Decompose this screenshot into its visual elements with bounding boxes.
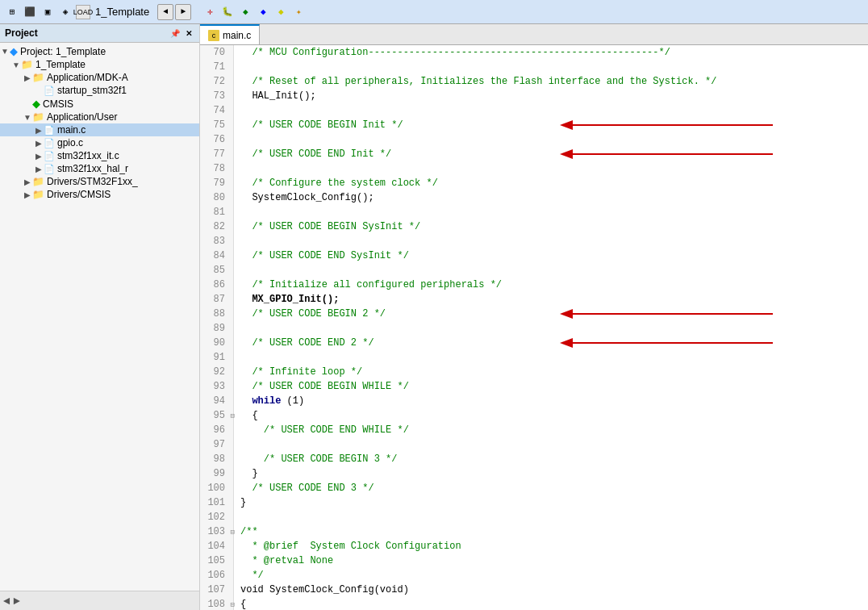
title-bar: ⊞ ⬛ ▣ ◈ LOAD 1_Template ◄ ► ✛ 🐛 ◆ ◆ ◆ ✦ (0, 0, 868, 24)
sidebar-item-main-c[interactable]: ▶📄main.c (0, 123, 199, 136)
code-line-107[interactable]: void SystemClock_Config(void) (240, 583, 868, 597)
code-line-95[interactable]: { (240, 408, 868, 423)
code-line-75[interactable]: /* USER CODE BEGIN Init */ (240, 118, 868, 132)
code-line-102[interactable] (240, 510, 868, 524)
sidebar-nav-left[interactable]: ◄ (3, 595, 10, 608)
star-icon[interactable]: ✦ (291, 5, 306, 19)
code-line-90[interactable]: /* USER CODE END 2 */ (240, 336, 868, 350)
sidebar-nav-right[interactable]: ► (13, 595, 19, 608)
tree-toggle-icon[interactable]: ▶ (34, 126, 44, 135)
code-line-72[interactable]: /* Reset of all peripherals, Initializes… (240, 74, 868, 89)
sidebar-item-cmsis[interactable]: ◆CMSIS (0, 97, 199, 111)
blue-diamond-icon[interactable]: ◆ (256, 5, 270, 19)
sidebar-item-app-mdk[interactable]: ▶📁Application/MDK-A (0, 71, 199, 84)
code-line-79[interactable]: /* Configure the system clock */ (240, 176, 868, 190)
code-line-104[interactable]: * @brief System Clock Configuration (240, 539, 868, 554)
sidebar-item-app-user[interactable]: ▼📁Application/User (0, 111, 199, 123)
code-comment: /* MCU Configuration--------------------… (240, 47, 670, 58)
sidebar-item-stm32f1xx-it[interactable]: ▶📄stm32f1xx_it.c (0, 149, 199, 162)
code-line-77[interactable]: /* USER CODE END Init */ (240, 147, 868, 161)
code-line-101[interactable]: } (240, 495, 868, 510)
code-line-86[interactable]: /* Initialize all configured peripherals… (240, 278, 868, 292)
grid-icon[interactable]: ⊞ (5, 5, 19, 19)
code-line-74[interactable] (240, 103, 868, 118)
code-line-103[interactable]: /** (240, 524, 868, 539)
code-line-93[interactable]: /* USER CODE BEGIN WHILE */ (240, 379, 868, 394)
tree-item-icon: 📁 (32, 176, 44, 187)
code-line-105[interactable]: * @retval None (240, 554, 868, 568)
code-line-82[interactable]: /* USER CODE BEGIN SysInit */ (240, 219, 868, 234)
crosshair-icon[interactable]: ✛ (202, 5, 217, 19)
code-line-83[interactable] (240, 234, 868, 249)
yellow-diamond-icon[interactable]: ◆ (273, 5, 288, 19)
sidebar-title: Project (5, 27, 38, 39)
line-number-71: 71 (205, 60, 228, 74)
code-indent (240, 395, 252, 407)
tree-toggle-icon[interactable]: ▶ (34, 165, 44, 173)
tree-toggle-icon[interactable]: ▶ (23, 190, 32, 199)
line-numbers: 7071727374757677787980818283848586878889… (200, 45, 234, 610)
code-line-78[interactable] (240, 161, 868, 176)
code-line-80[interactable]: SystemClock_Config(); (240, 190, 868, 205)
sidebar-item-drivers-cmsis[interactable]: ▶📁Drivers/CMSIS (0, 188, 199, 201)
title-arrow-right[interactable]: ► (175, 4, 191, 20)
tree-item-icon: 📄 (44, 138, 55, 148)
code-line-85[interactable] (240, 263, 868, 278)
code-lines: /* MCU Configuration--------------------… (234, 45, 868, 610)
code-line-100[interactable]: /* USER CODE END 3 */ (240, 481, 868, 495)
code-line-97[interactable] (240, 437, 868, 452)
sidebar-item-template-root[interactable]: ▼📁1_Template (0, 58, 199, 71)
tree-toggle-icon[interactable]: ▶ (23, 73, 32, 82)
pin-icon[interactable]: 📌 (169, 27, 181, 39)
sidebar-item-startup[interactable]: 📄startup_stm32f1 (0, 84, 199, 97)
tree-toggle-icon[interactable]: ▼ (0, 47, 10, 56)
code-line-71[interactable] (240, 60, 868, 74)
sidebar-item-drivers-stm32[interactable]: ▶📁Drivers/STM32F1xx_ (0, 175, 199, 188)
code-line-76[interactable] (240, 132, 868, 147)
tab-main-c[interactable]: c main.c (200, 24, 260, 44)
arrow-annotation (547, 307, 805, 321)
line-number-107: 107 (205, 583, 228, 597)
sidebar-item-project-root[interactable]: ▼◆Project: 1_Template (0, 44, 199, 58)
code-editor[interactable]: 7071727374757677787980818283848586878889… (200, 45, 868, 610)
code-line-92[interactable]: /* Infinite loop */ (240, 365, 868, 379)
close-sidebar-icon[interactable]: ✕ (183, 27, 194, 39)
code-line-96[interactable]: /* USER CODE END WHILE */ (240, 423, 868, 437)
sidebar-item-stm32f1xx-hal[interactable]: ▶📄stm32f1xx_hal_r (0, 162, 199, 175)
tree-toggle-icon[interactable]: ▼ (11, 61, 21, 69)
code-comment: /* Reset of all peripherals, Initializes… (240, 76, 717, 87)
code-line-94[interactable]: while (1) (240, 394, 868, 408)
code-line-108[interactable]: { (240, 597, 868, 610)
code-line-106[interactable]: */ (240, 568, 868, 583)
debug-icon[interactable]: 🐛 (220, 5, 235, 19)
code-line-99[interactable]: } (240, 466, 868, 481)
line-number-75: 75 (205, 118, 228, 132)
sidebar-item-gpio-c[interactable]: ▶📄gpio.c (0, 136, 199, 149)
code-line-98[interactable]: /* USER CODE BEGIN 3 */ (240, 452, 868, 466)
code-comment: /* USER CODE END WHILE */ (240, 424, 409, 436)
sidebar-nav: ◄ ► (3, 595, 20, 608)
tree-toggle-icon[interactable]: ▶ (34, 152, 44, 161)
code-line-81[interactable] (240, 205, 868, 219)
chip-icon[interactable]: ◈ (58, 5, 73, 19)
code-comment: /** (240, 526, 258, 537)
tree-toggle-icon[interactable]: ▶ (34, 139, 44, 148)
code-line-87[interactable]: MX_GPIO_Init(); (240, 292, 868, 307)
tree-toggle-icon[interactable]: ▶ (23, 178, 32, 186)
cpu-icon[interactable]: ⬛ (23, 5, 37, 19)
code-line-91[interactable] (240, 350, 868, 365)
tree-toggle-icon[interactable]: ▼ (23, 113, 32, 122)
code-line-73[interactable]: HAL_Init(); (240, 89, 868, 103)
code-line-84[interactable]: /* USER CODE END SysInit */ (240, 249, 868, 263)
line-number-87: 87 (205, 292, 228, 307)
code-line-70[interactable]: /* MCU Configuration--------------------… (240, 45, 868, 60)
db-icon[interactable]: ▣ (40, 5, 55, 19)
code-comment: /* USER CODE BEGIN 3 */ (240, 453, 397, 465)
green-diamond-icon[interactable]: ◆ (238, 5, 252, 19)
code-comment: /* Infinite loop */ (240, 366, 362, 378)
title-arrow-left[interactable]: ◄ (157, 4, 173, 20)
code-line-88[interactable]: /* USER CODE BEGIN 2 */ (240, 307, 868, 321)
code-line-89[interactable] (240, 321, 868, 336)
line-number-80: 80 (205, 190, 228, 205)
load-icon[interactable]: LOAD (76, 5, 90, 19)
